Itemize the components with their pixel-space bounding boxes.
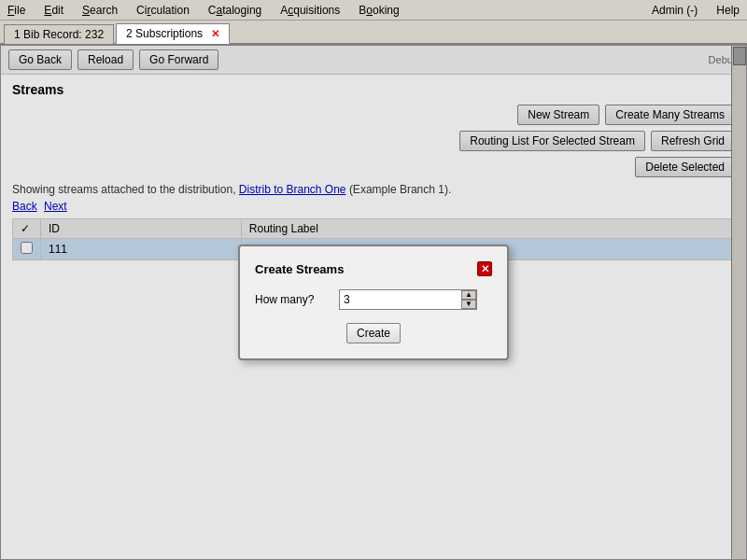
create-streams-modal: Create Streams ✕ How many? ▲ ▼ Create (238, 245, 509, 360)
menu-right: Admin (-) Help (648, 3, 743, 18)
modal-title-bar: Create Streams ✕ (255, 261, 492, 276)
tab-bib-record[interactable]: 1 Bib Record: 232 (4, 24, 114, 44)
menu-search[interactable]: Search (78, 3, 121, 18)
main-area: Go Back Reload Go Forward Debug Streams … (0, 45, 747, 560)
spinner-up[interactable]: ▲ (461, 290, 476, 300)
menubar: File Edit Search Circulation Cataloging … (0, 0, 747, 21)
menu-admin[interactable]: Admin (-) (648, 3, 701, 18)
menu-acquisitions[interactable]: Acquisitions (276, 3, 344, 18)
modal-overlay: Create Streams ✕ How many? ▲ ▼ Create (1, 46, 746, 559)
modal-close-button[interactable]: ✕ (477, 261, 492, 276)
how-many-input-wrap: ▲ ▼ (339, 289, 477, 310)
menu-help[interactable]: Help (712, 3, 743, 18)
menu-file[interactable]: File (4, 3, 29, 18)
tab-close-button[interactable]: ✕ (211, 28, 219, 40)
menu-left: File Edit Search Circulation Cataloging … (4, 3, 403, 18)
tab-subscriptions[interactable]: 2 Subscriptions ✕ (116, 23, 230, 44)
tabbar: 1 Bib Record: 232 2 Subscriptions ✕ (0, 21, 747, 45)
modal-how-many-row: How many? ▲ ▼ (255, 289, 492, 310)
spinner-buttons: ▲ ▼ (461, 290, 476, 309)
how-many-input[interactable] (340, 291, 461, 308)
modal-title: Create Streams (255, 262, 344, 276)
how-many-label: How many? (255, 293, 330, 306)
modal-actions: Create (255, 323, 492, 343)
menu-booking[interactable]: Booking (355, 3, 402, 18)
spinner-down[interactable]: ▼ (461, 300, 476, 309)
menu-circulation[interactable]: Circulation (133, 3, 193, 18)
create-button[interactable]: Create (346, 323, 401, 343)
menu-cataloging[interactable]: Cataloging (204, 3, 265, 18)
menu-edit[interactable]: Edit (40, 3, 67, 18)
